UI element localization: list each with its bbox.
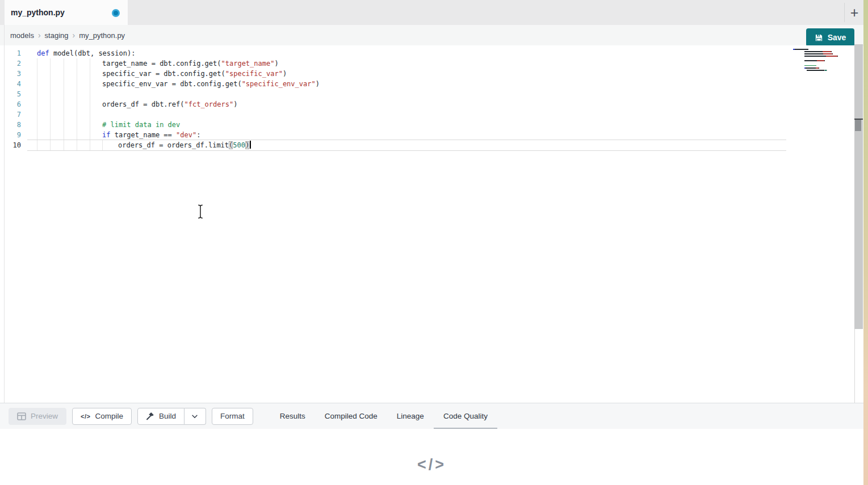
save-icon: [815, 33, 823, 42]
code-text: def model(dbt, session):: [37, 48, 135, 58]
code-text: orders_df = dbt.ref("fct_orders"): [37, 99, 237, 109]
code-line[interactable]: 6orders_df = dbt.ref("fct_orders"): [0, 99, 854, 109]
minimap-line: [793, 51, 854, 52]
preview-button[interactable]: Preview: [9, 408, 66, 425]
breadcrumb-item[interactable]: models: [10, 31, 34, 40]
minimap-line: [793, 49, 854, 50]
minimap-line: [793, 65, 854, 66]
tab-lineage[interactable]: Lineage: [387, 403, 434, 429]
code-line[interactable]: 3specific_var = dbt.config.get("specific…: [0, 69, 854, 79]
hammer-icon: [146, 412, 154, 420]
build-label: Build: [159, 412, 176, 420]
format-label: Format: [220, 412, 245, 420]
code-editor[interactable]: 1def model(dbt, session):2target_name = …: [0, 45, 854, 403]
code-text: target_name = dbt.config.get("target_nam…: [37, 58, 279, 69]
tab-compiled-code[interactable]: Compiled Code: [315, 403, 387, 429]
breadcrumb-item[interactable]: staging: [45, 31, 69, 40]
chevron-right-icon: ›: [73, 31, 76, 40]
code-text: specific_env_var = dbt.config.get("speci…: [37, 79, 320, 89]
breadcrumb-item[interactable]: my_python.py: [79, 31, 125, 40]
minimap[interactable]: [793, 49, 854, 72]
new-tab-button[interactable]: +: [846, 2, 863, 23]
code-line[interactable]: 8# limit data in dev: [0, 120, 854, 130]
code-slash-icon: </>: [0, 456, 863, 474]
code-text: if target_name == "dev":: [37, 130, 200, 140]
minimap-line: [793, 56, 854, 57]
file-tab-my-python[interactable]: my_python.py: [5, 0, 128, 25]
panel-tabs: ResultsCompiled CodeLineageCode Quality: [270, 403, 497, 429]
build-options-button[interactable]: [184, 408, 206, 425]
ibeam-mouse-cursor: [196, 204, 204, 220]
scrollbar-thumb[interactable]: [855, 120, 861, 131]
breadcrumb: models›staging›my_python.py: [0, 31, 125, 40]
format-button[interactable]: Format: [212, 408, 253, 425]
bottom-toolbar: Preview</>CompileBuildFormat ResultsComp…: [0, 403, 863, 429]
minimap-line: [793, 58, 854, 59]
breadcrumb-bar: models›staging›my_python.py: [0, 25, 863, 46]
sidebar-divider[interactable]: [4, 25, 5, 403]
vertical-scrollbar[interactable]: [854, 44, 863, 329]
divider: [844, 3, 845, 22]
desktop-edge-strip: [863, 0, 868, 485]
editor-tab-bar: my_python.py +: [0, 0, 863, 25]
code-line[interactable]: 2target_name = dbt.config.get("target_na…: [0, 58, 854, 69]
compile-label: Compile: [95, 412, 123, 420]
unsaved-changes-dot: [112, 9, 120, 17]
table-icon: [17, 412, 26, 420]
minimap-line: [793, 60, 854, 61]
compile-button[interactable]: </>Compile: [72, 408, 132, 425]
code-text: # limit data in dev: [37, 120, 180, 130]
code-line[interactable]: 4specific_env_var = dbt.config.get("spec…: [0, 79, 854, 89]
results-panel: </>: [0, 429, 863, 485]
minimap-line: [793, 53, 854, 54]
code-line[interactable]: 10orders_df = orders_df.limit(500): [0, 140, 854, 150]
code-text: specific_var = dbt.config.get("specific_…: [37, 69, 287, 79]
save-label: Save: [828, 33, 846, 42]
text-caret: [250, 141, 251, 149]
chevron-right-icon: ›: [38, 31, 41, 40]
code-icon: </>: [81, 413, 90, 420]
editor-right-border: [854, 329, 855, 403]
code-text: orders_df = orders_df.limit(500): [37, 140, 251, 150]
code-line[interactable]: 1def model(dbt, session):: [0, 48, 854, 58]
code-line[interactable]: 5: [0, 89, 854, 99]
action-buttons: Preview</>CompileBuildFormat: [0, 408, 253, 425]
code-lines: 1def model(dbt, session):2target_name = …: [0, 48, 854, 150]
code-line[interactable]: 9if target_name == "dev":: [0, 130, 854, 140]
preview-label: Preview: [31, 412, 58, 420]
build-split-button: Build: [137, 408, 206, 425]
tab-results[interactable]: Results: [270, 403, 315, 429]
chevron-down-icon: [191, 412, 199, 420]
minimap-line: [793, 70, 854, 71]
tab-code-quality[interactable]: Code Quality: [434, 403, 497, 429]
code-line[interactable]: 7: [0, 109, 854, 120]
dbt-ide-window: my_python.py + models›staging›my_python.…: [0, 0, 868, 485]
file-tab-label: my_python.py: [5, 8, 65, 17]
minimap-line: [793, 63, 854, 64]
build-button[interactable]: Build: [137, 408, 184, 425]
save-button[interactable]: Save: [806, 28, 854, 47]
minimap-line: [793, 68, 854, 69]
